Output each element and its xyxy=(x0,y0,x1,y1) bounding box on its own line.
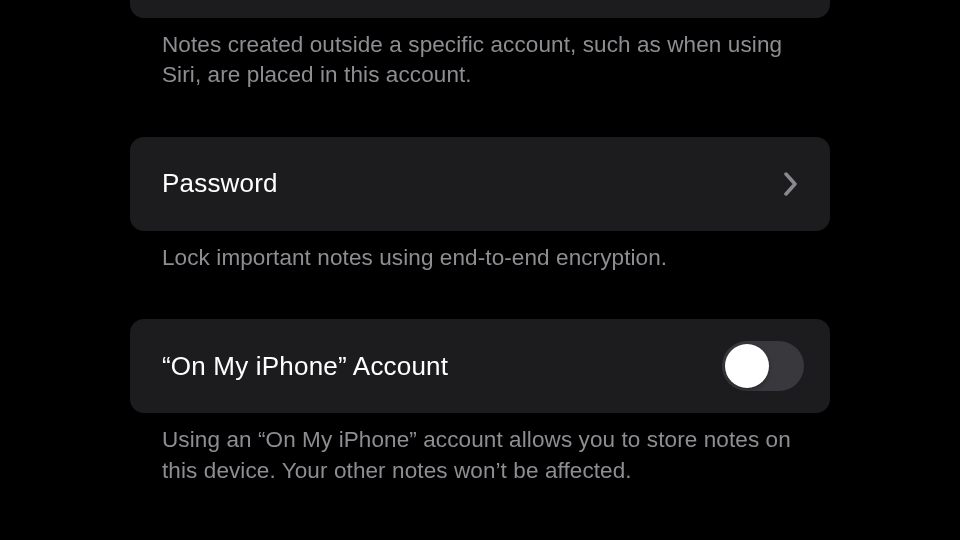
password-cell[interactable]: Password xyxy=(130,137,830,231)
password-footer: Lock important notes using end-to-end en… xyxy=(130,231,830,273)
on-my-iphone-cell[interactable]: “On My iPhone” Account xyxy=(130,319,830,413)
on-my-iphone-toggle[interactable] xyxy=(722,341,804,391)
settings-list: Notes created outside a specific account… xyxy=(130,0,830,486)
on-my-iphone-label: “On My iPhone” Account xyxy=(162,351,448,382)
password-label: Password xyxy=(162,168,278,199)
toggle-knob xyxy=(725,344,769,388)
password-group: Password Lock important notes using end-… xyxy=(130,137,830,273)
default-account-footer: Notes created outside a specific account… xyxy=(130,18,830,91)
previous-cell-bottom xyxy=(130,0,830,18)
on-my-iphone-group: “On My iPhone” Account Using an “On My i… xyxy=(130,319,830,486)
chevron-right-icon xyxy=(784,172,798,196)
on-my-iphone-footer: Using an “On My iPhone” account allows y… xyxy=(130,413,830,486)
